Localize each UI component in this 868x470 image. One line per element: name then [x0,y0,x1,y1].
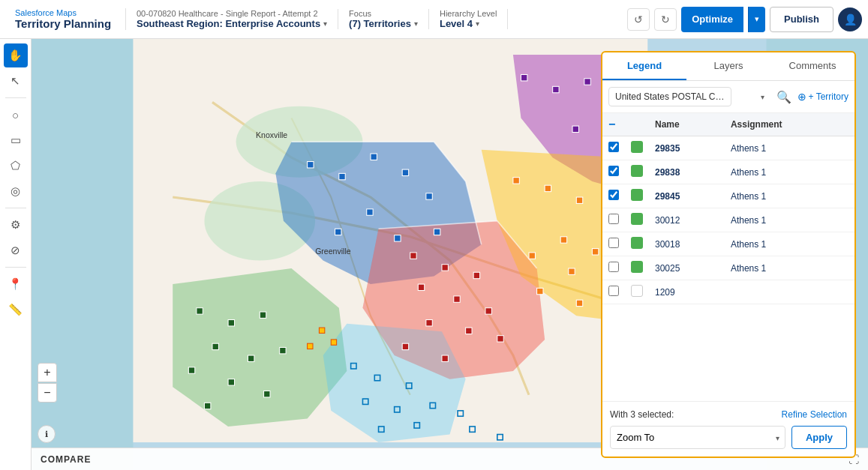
svg-rect-71 [308,343,313,349]
row-checkbox[interactable] [608,238,619,248]
color-swatch [631,213,643,225]
topbar-actions: ↺ ↻ Optimize ▾ Publish 👤 [627,7,862,32]
hierarchy-segment[interactable]: Hierarchy Level Level 4 ▾ [429,9,508,29]
lasso-tool-button[interactable]: ○ [4,103,28,127]
rectangle-tool-button[interactable]: ▭ [4,128,28,152]
svg-rect-47 [228,320,234,326]
col-check: − [602,113,625,136]
polygon-tool-button[interactable]: ⬠ [4,154,28,178]
refine-selection-link[interactable]: Refine Selection [782,409,847,420]
svg-rect-20 [466,328,472,334]
settings-tool-button[interactable]: ⚙ [4,213,28,237]
svg-rect-25 [545,185,551,191]
hierarchy-chevron-icon: ▾ [476,19,479,28]
select-tool-button[interactable]: ↖ [4,69,28,93]
toolbar-divider-1 [5,97,26,98]
apply-button[interactable]: Apply [791,426,847,449]
tab-legend[interactable]: Legend [602,52,686,80]
legend-panel: Legend Layers Comments United States POS… [601,51,856,458]
focus-label: Focus [349,9,418,18]
row-name-cell: 29845 [649,184,725,208]
pan-tool-button[interactable]: ✋ [4,43,28,67]
table-row: 29835Athens 1 [602,136,854,160]
row-assignment-cell: Athens 1 [725,160,854,184]
row-name-cell: 29838 [649,160,725,184]
legend-table: − Name Assignment 29835Athens 129838Athe… [602,113,854,401]
legend-add-territory-button[interactable]: ⊕ + Territory [797,91,848,103]
svg-rect-36 [576,300,582,306]
focus-segment[interactable]: Focus (7) Territories ▾ [338,9,429,29]
report-segment[interactable]: 00-070820 Healthcare - Single Report - A… [126,9,338,29]
svg-rect-31 [529,253,535,259]
legend-action-row: Zoom To Apply [610,426,847,449]
row-checkbox[interactable] [608,286,619,296]
svg-rect-69 [319,328,324,333]
row-assignment-cell: Athens 1 [725,208,854,232]
svg-rect-45 [572,126,578,132]
svg-rect-9 [367,209,373,215]
row-color-cell [625,280,649,304]
map-area[interactable]: Knoxville Greenville 50 mi + − ℹ COMPARE… [32,39,868,470]
tab-comments[interactable]: Comments [770,52,854,80]
row-color-cell [625,208,649,232]
row-checkbox-cell [602,280,625,304]
redo-button[interactable]: ↻ [654,8,677,31]
zoom-out-button[interactable]: − [38,383,57,403]
svg-rect-39 [584,79,590,85]
row-checkbox[interactable] [608,262,619,272]
action-dropdown-wrap: Zoom To [610,426,785,449]
action-dropdown[interactable]: Zoom To [610,426,785,449]
row-checkbox[interactable] [608,214,619,224]
svg-rect-49 [212,343,218,349]
info-icon-button[interactable]: ℹ [38,425,56,443]
brand-title: Salesforce Maps [15,8,116,17]
row-checkbox[interactable] [608,166,619,176]
svg-rect-11 [395,235,401,241]
svg-rect-52 [188,367,194,373]
deselect-all-button[interactable]: − [608,118,615,130]
row-assignment-cell [725,280,854,304]
row-name-cell: 1209 [649,280,725,304]
undo-button[interactable]: ↺ [627,8,650,31]
svg-rect-12 [434,229,440,235]
svg-rect-22 [402,343,408,349]
table-row: 30025Athens 1 [602,256,854,280]
row-assignment-cell: Athens 1 [725,184,854,208]
svg-rect-46 [197,308,203,314]
svg-rect-38 [553,86,559,92]
svg-text:Knoxville: Knoxville [256,130,287,139]
zoom-in-button[interactable]: + [38,363,57,382]
left-toolbar: ✋ ↖ ○ ▭ ⬠ ◎ ⚙ ⊘ 📍 📏 [0,39,32,470]
svg-rect-35 [537,288,543,294]
svg-rect-7 [402,169,408,175]
user-avatar-button[interactable]: 👤 [838,7,862,31]
selected-count-text: With 3 selected: [610,409,674,420]
ban-tool-button[interactable]: ⊘ [4,238,28,262]
svg-rect-53 [228,379,234,385]
color-swatch [631,285,643,297]
territory-draw-tool-button[interactable]: ◎ [4,179,28,203]
pin-tool-button[interactable]: 📍 [4,272,28,296]
svg-rect-70 [331,340,336,345]
svg-rect-19 [426,320,432,326]
legend-selected-row: With 3 selected: Refine Selection [610,409,847,420]
legend-dropdown[interactable]: United States POSTAL C… [608,87,731,106]
svg-rect-29 [592,249,598,255]
tab-layers[interactable]: Layers [686,52,770,80]
row-name-cell: 30025 [649,256,725,280]
row-checkbox[interactable] [608,190,619,200]
ruler-tool-button[interactable]: 📏 [4,298,28,322]
row-assignment-cell: Athens 1 [725,232,854,256]
row-checkbox[interactable] [608,142,619,152]
svg-rect-8 [426,193,432,199]
report-chevron-icon: ▾ [323,19,327,28]
optimize-button[interactable]: Optimize [681,7,743,32]
row-checkbox-cell [602,232,625,256]
legend-search-button[interactable]: 🔍 [775,88,793,106]
svg-rect-10 [335,229,341,235]
col-name: Name [649,113,725,136]
svg-rect-54 [264,391,270,397]
publish-button[interactable]: Publish [770,7,833,32]
optimize-dropdown-button[interactable]: ▾ [748,7,765,32]
topbar: Salesforce Maps Territory Planning 00-07… [0,0,868,39]
